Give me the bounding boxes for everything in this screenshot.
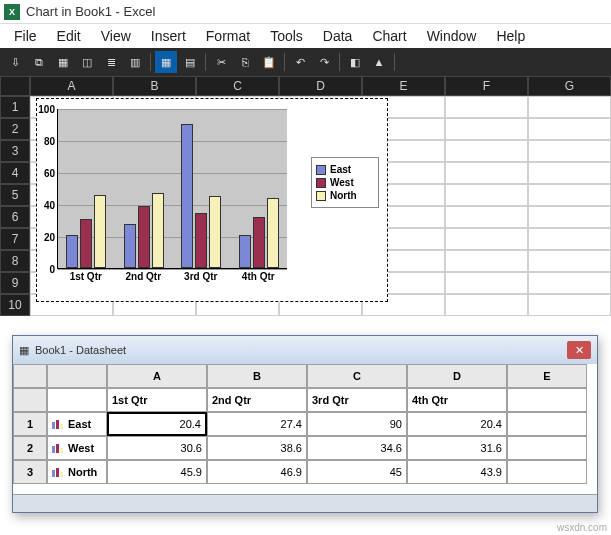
cell[interactable] xyxy=(445,184,528,206)
row-header[interactable]: 10 xyxy=(0,294,30,316)
ds-cell-value[interactable]: 31.6 xyxy=(407,436,507,460)
horizontal-scrollbar[interactable] xyxy=(13,494,597,512)
bar-north[interactable] xyxy=(267,198,279,268)
bar-west[interactable] xyxy=(253,217,265,268)
cell[interactable] xyxy=(528,206,611,228)
ds-col-header[interactable]: D xyxy=(407,364,507,388)
column-header[interactable]: E xyxy=(362,76,445,96)
ds-col-label[interactable]: 4th Qtr xyxy=(407,388,507,412)
bar-north[interactable] xyxy=(209,196,221,268)
ds-cell-value[interactable]: 43.9 xyxy=(407,460,507,484)
cell[interactable] xyxy=(445,272,528,294)
datasheet-window[interactable]: ▦ Book1 - Datasheet ✕ ABCDE1st Qtr2nd Qt… xyxy=(12,335,598,513)
grid-icon[interactable]: ▦ xyxy=(52,51,74,73)
cell[interactable] xyxy=(445,140,528,162)
fill-icon[interactable]: ◧ xyxy=(344,51,366,73)
datasheet-grid[interactable]: ABCDE1st Qtr2nd Qtr3rd Qtr4th Qtr1East20… xyxy=(13,364,597,484)
ds-cell-value[interactable]: 20.4 xyxy=(407,412,507,436)
legend-item[interactable]: North xyxy=(316,190,374,201)
row-header[interactable]: 4 xyxy=(0,162,30,184)
import-icon[interactable]: ⇩ xyxy=(4,51,26,73)
cell[interactable] xyxy=(528,118,611,140)
cell[interactable] xyxy=(445,162,528,184)
column-header[interactable]: B xyxy=(113,76,196,96)
ds-col-header[interactable]: E xyxy=(507,364,587,388)
ds-cell-value[interactable]: 38.6 xyxy=(207,436,307,460)
bar-east[interactable] xyxy=(66,235,78,268)
cell[interactable] xyxy=(528,140,611,162)
close-button[interactable]: ✕ xyxy=(567,341,591,359)
menu-window[interactable]: Window xyxy=(417,24,487,48)
ds-corner2[interactable] xyxy=(47,364,107,388)
cut-icon[interactable]: ✂ xyxy=(210,51,232,73)
color-icon[interactable]: ◫ xyxy=(76,51,98,73)
row-header[interactable]: 3 xyxy=(0,140,30,162)
cell[interactable] xyxy=(445,96,528,118)
column-header[interactable]: D xyxy=(279,76,362,96)
ds-series-name[interactable]: West xyxy=(47,436,107,460)
menu-file[interactable]: File xyxy=(4,24,47,48)
menu-edit[interactable]: Edit xyxy=(47,24,91,48)
corner-cell[interactable] xyxy=(0,76,30,96)
column-header[interactable]: F xyxy=(445,76,528,96)
row-header[interactable]: 7 xyxy=(0,228,30,250)
menu-chart[interactable]: Chart xyxy=(362,24,416,48)
ds-row-header[interactable]: 2 xyxy=(13,436,47,460)
row-header[interactable]: 8 xyxy=(0,250,30,272)
bar-east[interactable] xyxy=(239,235,251,268)
ds-blank[interactable] xyxy=(507,460,587,484)
cell[interactable] xyxy=(528,184,611,206)
toggle-grid-icon[interactable]: ▦ xyxy=(155,51,177,73)
menu-view[interactable]: View xyxy=(91,24,141,48)
ds-corner[interactable] xyxy=(13,364,47,388)
cell[interactable] xyxy=(528,228,611,250)
ds-row-header[interactable]: 3 xyxy=(13,460,47,484)
undo-icon[interactable]: ↶ xyxy=(289,51,311,73)
menu-tools[interactable]: Tools xyxy=(260,24,313,48)
legend-item[interactable]: East xyxy=(316,164,374,175)
ds-col-header[interactable]: B xyxy=(207,364,307,388)
column-header[interactable]: C xyxy=(196,76,279,96)
cell[interactable] xyxy=(445,294,528,316)
ds-cell-value[interactable]: 45.9 xyxy=(107,460,207,484)
menu-help[interactable]: Help xyxy=(486,24,535,48)
paste-icon[interactable]: 📋 xyxy=(258,51,280,73)
bar-east[interactable] xyxy=(181,124,193,268)
ds-cell-value[interactable]: 46.9 xyxy=(207,460,307,484)
ds-blank[interactable] xyxy=(507,388,587,412)
datasheet-titlebar[interactable]: ▦ Book1 - Datasheet ✕ xyxy=(13,336,597,364)
cell[interactable] xyxy=(528,250,611,272)
ds-col-label[interactable]: 2nd Qtr xyxy=(207,388,307,412)
row-header[interactable]: 9 xyxy=(0,272,30,294)
row-header[interactable]: 5 xyxy=(0,184,30,206)
cell[interactable] xyxy=(445,228,528,250)
row-header[interactable]: 1 xyxy=(0,96,30,118)
column-header[interactable]: G xyxy=(528,76,611,96)
column-header[interactable]: A xyxy=(30,76,113,96)
ds-blank[interactable] xyxy=(507,436,587,460)
by-column-icon[interactable]: ▥ xyxy=(124,51,146,73)
ds-cell-value[interactable]: 34.6 xyxy=(307,436,407,460)
chart-legend[interactable]: EastWestNorth xyxy=(311,157,379,208)
menu-data[interactable]: Data xyxy=(313,24,363,48)
cell[interactable] xyxy=(528,96,611,118)
ds-blank[interactable] xyxy=(507,412,587,436)
row-header[interactable]: 2 xyxy=(0,118,30,140)
bar-west[interactable] xyxy=(80,219,92,268)
copy-icon[interactable]: ⎘ xyxy=(234,51,256,73)
ds-col-header[interactable]: C xyxy=(307,364,407,388)
ds-col-label[interactable]: 3rd Qtr xyxy=(307,388,407,412)
cell[interactable] xyxy=(528,272,611,294)
menu-insert[interactable]: Insert xyxy=(141,24,196,48)
ds-series-name[interactable]: North xyxy=(47,460,107,484)
ds-cell-value[interactable]: 90 xyxy=(307,412,407,436)
bar-west[interactable] xyxy=(195,213,207,268)
ds-blank[interactable] xyxy=(13,388,47,412)
bar-east[interactable] xyxy=(124,224,136,268)
bar-north[interactable] xyxy=(94,195,106,268)
ds-row-header[interactable]: 1 xyxy=(13,412,47,436)
bar-north[interactable] xyxy=(152,193,164,268)
chart-type-icon[interactable]: ▲ xyxy=(368,51,390,73)
cell[interactable] xyxy=(445,250,528,272)
by-row-icon[interactable]: ≣ xyxy=(100,51,122,73)
